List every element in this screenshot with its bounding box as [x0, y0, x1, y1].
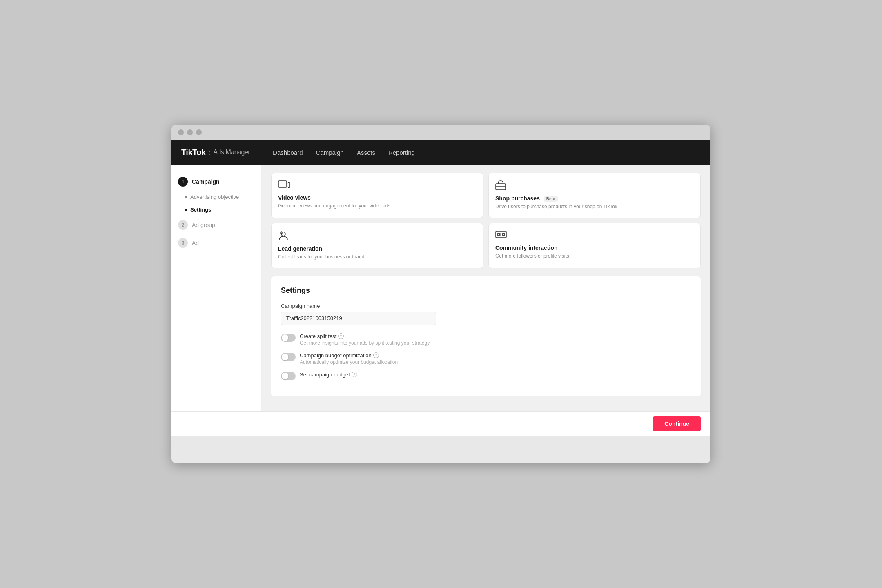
community-interaction-title: Community interaction	[495, 245, 694, 251]
campaign-budget-info: Set campaign budget ?	[300, 372, 691, 378]
objective-card-shop-purchases[interactable]: Shop purchases Beta Drive users to purch…	[488, 173, 701, 218]
logo: TikTok : Ads Manager	[181, 147, 250, 158]
svg-point-6	[502, 233, 505, 236]
sidebar: 1 Campaign Advertising objective Setting…	[172, 165, 261, 411]
sub-dot-objective	[185, 196, 187, 198]
browser-chrome	[172, 125, 710, 140]
settings-section: Settings Campaign name Create spl	[271, 276, 701, 396]
campaign-budget-toggle[interactable]	[281, 372, 296, 380]
split-test-knob	[282, 334, 288, 341]
campaign-name-label: Campaign name	[281, 303, 691, 309]
nav-dashboard[interactable]: Dashboard	[271, 146, 304, 159]
nav-campaign[interactable]: Campaign	[314, 146, 345, 159]
video-views-icon	[278, 180, 477, 191]
campaign-budget-knob	[282, 373, 288, 379]
campaign-budget-label: Set campaign budget ?	[300, 372, 691, 378]
browser-dot-1	[178, 129, 184, 135]
nav-items: Dashboard Campaign Assets Reporting	[271, 146, 416, 159]
sub-dot-settings	[185, 209, 187, 211]
step-label-ad: Ad	[192, 240, 199, 246]
svg-point-5	[497, 233, 500, 236]
browser-dot-2	[187, 129, 193, 135]
shop-purchases-desc: Drive users to purchase products in your…	[495, 203, 694, 210]
settings-title: Settings	[281, 286, 691, 295]
budget-opt-label: Campaign budget optimization ?	[300, 352, 691, 359]
objective-card-video-views[interactable]: Video views Get more views and engagemen…	[271, 173, 483, 218]
budget-opt-info: Campaign budget optimization ? Automatic…	[300, 352, 691, 365]
campaign-name-group: Campaign name	[281, 303, 691, 325]
logo-tiktok-text: TikTok	[181, 148, 206, 157]
objectives-grid: Video views Get more views and engagemen…	[271, 173, 701, 268]
shop-purchases-title: Shop purchases Beta	[495, 195, 694, 202]
content-area: Video views Get more views and engagemen…	[261, 165, 710, 411]
budget-opt-toggle[interactable]	[281, 353, 296, 361]
logo-ads-text: Ads Manager	[213, 149, 250, 156]
svg-rect-0	[278, 181, 287, 187]
continue-button[interactable]: Continue	[653, 416, 701, 431]
main-layout: 1 Campaign Advertising objective Setting…	[172, 165, 710, 411]
campaign-name-input[interactable]	[281, 312, 436, 325]
beta-badge: Beta	[544, 196, 558, 202]
budget-opt-row: Campaign budget optimization ? Automatic…	[281, 352, 691, 365]
step-circle-2: 2	[178, 220, 188, 230]
sub-label-objective: Advertising objective	[190, 194, 239, 200]
shop-purchases-icon	[495, 180, 694, 192]
sidebar-step-adgroup[interactable]: 2 Ad group	[172, 216, 261, 234]
video-views-title: Video views	[278, 194, 477, 201]
objective-card-community-interaction[interactable]: Community interaction Get more followers…	[488, 223, 701, 268]
step-label-adgroup: Ad group	[192, 222, 215, 228]
lead-generation-icon	[278, 231, 477, 242]
step-label-campaign: Campaign	[192, 178, 220, 185]
browser-window: TikTok : Ads Manager Dashboard Campaign …	[172, 125, 710, 463]
nav-assets[interactable]: Assets	[355, 146, 377, 159]
nav-reporting[interactable]: Reporting	[387, 146, 416, 159]
svg-rect-1	[496, 184, 506, 190]
step-circle-3: 3	[178, 238, 188, 248]
split-test-sub: Get more insights into your ads by split…	[300, 340, 691, 346]
community-interaction-icon	[495, 231, 694, 241]
top-nav: TikTok : Ads Manager Dashboard Campaign …	[172, 140, 710, 165]
budget-opt-info-icon[interactable]: ?	[373, 352, 379, 358]
campaign-budget-info-icon[interactable]: ?	[352, 372, 357, 377]
sidebar-sub-settings[interactable]: Settings	[172, 203, 261, 216]
community-interaction-desc: Get more followers or profile visits.	[495, 253, 694, 260]
split-test-info: Create split test ? Get more insights in…	[300, 333, 691, 346]
split-test-info-icon[interactable]: ?	[338, 333, 344, 339]
browser-dot-3	[196, 129, 202, 135]
sidebar-sub-advertising-objective[interactable]: Advertising objective	[172, 191, 261, 203]
campaign-budget-row: Set campaign budget ?	[281, 372, 691, 380]
bottom-bar: Continue	[172, 411, 710, 436]
sidebar-step-campaign[interactable]: 1 Campaign	[172, 173, 261, 191]
sub-label-settings: Settings	[190, 207, 211, 213]
lead-generation-title: Lead generation	[278, 245, 477, 252]
sidebar-step-ad[interactable]: 3 Ad	[172, 234, 261, 252]
video-views-desc: Get more views and engagement for your v…	[278, 203, 477, 209]
app-container: TikTok : Ads Manager Dashboard Campaign …	[172, 140, 710, 436]
lead-generation-desc: Collect leads for your business or brand…	[278, 254, 477, 261]
logo-dot: :	[208, 147, 211, 158]
step-circle-1: 1	[178, 177, 188, 187]
objective-card-lead-generation[interactable]: Lead generation Collect leads for your b…	[271, 223, 483, 268]
budget-opt-knob	[282, 354, 288, 360]
budget-opt-sub: Automatically optimize your budget alloc…	[300, 359, 691, 365]
split-test-label: Create split test ?	[300, 333, 691, 339]
split-test-toggle[interactable]	[281, 334, 296, 342]
split-test-row: Create split test ? Get more insights in…	[281, 333, 691, 346]
